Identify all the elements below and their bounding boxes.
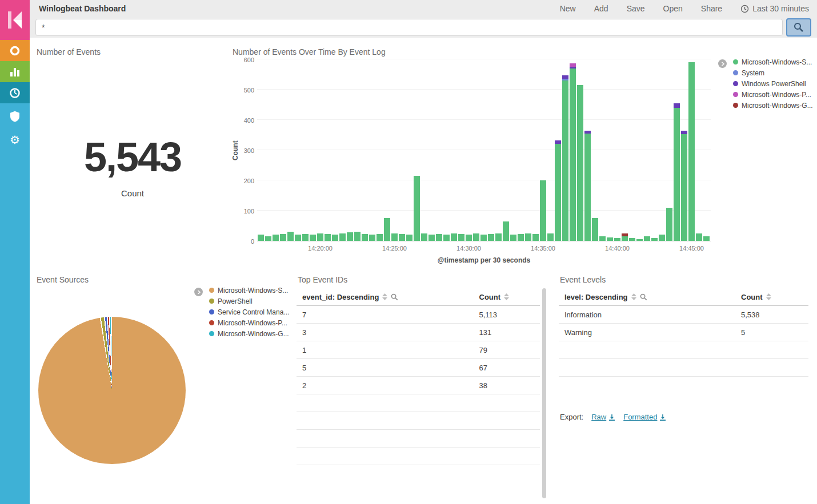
legend-item[interactable]: Windows PowerShell bbox=[733, 80, 814, 88]
bar-segment[interactable] bbox=[674, 108, 680, 241]
bar-segment[interactable] bbox=[302, 234, 309, 241]
bar-segment[interactable] bbox=[332, 235, 338, 241]
bar-segment[interactable] bbox=[480, 235, 487, 241]
bar-segment[interactable] bbox=[362, 234, 368, 241]
bar-segment[interactable] bbox=[280, 234, 286, 241]
column-header-event-id[interactable]: event_id: Descending bbox=[297, 293, 479, 301]
bar-segment[interactable] bbox=[473, 233, 479, 241]
bar-segment[interactable] bbox=[577, 85, 583, 241]
bar-segment[interactable] bbox=[295, 235, 301, 241]
bar-segment[interactable] bbox=[562, 75, 568, 79]
bar-segment[interactable] bbox=[443, 235, 450, 241]
legend-item[interactable]: Microsoft-Windows-P... bbox=[209, 319, 293, 327]
bar-segment[interactable] bbox=[622, 233, 628, 236]
bar-segment[interactable] bbox=[273, 235, 279, 241]
sidebar-item-dashboard[interactable] bbox=[0, 82, 30, 103]
bar-segment[interactable] bbox=[421, 233, 427, 241]
bar-segment[interactable] bbox=[428, 235, 435, 241]
legend-item[interactable]: Microsoft-Windows-G... bbox=[209, 330, 293, 338]
bar-segment[interactable] bbox=[666, 208, 672, 241]
bar-segment[interactable] bbox=[325, 234, 331, 241]
bar-segment[interactable] bbox=[584, 131, 591, 134]
bar-segment[interactable] bbox=[681, 134, 687, 241]
nav-add[interactable]: Add bbox=[594, 4, 608, 13]
bar-segment[interactable] bbox=[503, 221, 509, 241]
sidebar-item-settings[interactable]: ⚙ bbox=[0, 129, 30, 150]
bar-segment[interactable] bbox=[369, 235, 375, 241]
bar-segment[interactable] bbox=[265, 236, 271, 241]
bar-segment[interactable] bbox=[614, 238, 620, 241]
legend-toggle-button[interactable] bbox=[194, 288, 203, 296]
bar-segment[interactable] bbox=[570, 68, 576, 241]
bar-segment[interactable] bbox=[555, 144, 561, 241]
bar-segment[interactable] bbox=[570, 67, 576, 68]
bar-segment[interactable] bbox=[622, 236, 628, 241]
legend-item[interactable]: Microsoft-Windows-S... bbox=[733, 58, 814, 66]
legend-item[interactable]: Microsoft-Windows-S... bbox=[209, 287, 293, 295]
bar-segment[interactable] bbox=[636, 239, 643, 241]
bar-segment[interactable] bbox=[562, 79, 568, 80]
bar-segment[interactable] bbox=[488, 234, 494, 241]
sort-icon[interactable] bbox=[766, 293, 771, 300]
magnifier-icon[interactable] bbox=[640, 293, 647, 301]
legend-item[interactable]: Microsoft-Windows-G... bbox=[733, 102, 814, 110]
search-input[interactable] bbox=[35, 19, 783, 36]
magnifier-icon[interactable] bbox=[391, 293, 398, 301]
bar-segment[interactable] bbox=[347, 232, 353, 241]
bar-segment[interactable] bbox=[384, 218, 390, 241]
bar-segment[interactable] bbox=[377, 234, 383, 241]
bar-segment[interactable] bbox=[696, 233, 702, 241]
bar-segment[interactable] bbox=[354, 232, 361, 241]
nav-share[interactable]: Share bbox=[701, 4, 722, 13]
bar-segment[interactable] bbox=[317, 233, 323, 241]
bar-segment[interactable] bbox=[555, 140, 561, 144]
vertical-scrollbar[interactable] bbox=[542, 288, 546, 498]
bar-segment[interactable] bbox=[674, 103, 680, 108]
legend-item[interactable]: Service Control Mana... bbox=[209, 308, 293, 316]
export-formatted-link[interactable]: Formatted bbox=[623, 413, 666, 421]
legend-toggle-button[interactable] bbox=[718, 59, 727, 68]
bar-segment[interactable] bbox=[414, 176, 420, 241]
bar-segment[interactable] bbox=[287, 232, 294, 241]
pie-chart[interactable] bbox=[38, 317, 186, 464]
kibana-logo[interactable] bbox=[0, 0, 30, 40]
bar-segment[interactable] bbox=[391, 233, 398, 241]
bar-segment[interactable] bbox=[599, 236, 606, 241]
bar-segment[interactable] bbox=[532, 234, 539, 241]
time-picker[interactable]: Last 30 minutes bbox=[740, 4, 809, 13]
bar-segment[interactable] bbox=[495, 233, 502, 241]
bar-segment[interactable] bbox=[540, 180, 546, 241]
bar-segment[interactable] bbox=[510, 235, 516, 241]
bar-segment[interactable] bbox=[258, 235, 264, 241]
bar-segment[interactable] bbox=[644, 236, 650, 241]
column-header-count[interactable]: Count bbox=[741, 293, 808, 301]
export-raw-link[interactable]: Raw bbox=[591, 413, 615, 421]
nav-open[interactable]: Open bbox=[663, 4, 683, 13]
bar-segment[interactable] bbox=[562, 80, 568, 241]
bar-segment[interactable] bbox=[584, 134, 591, 241]
bar-segment[interactable] bbox=[310, 235, 316, 241]
bar-segment[interactable] bbox=[458, 234, 464, 241]
bar-segment[interactable] bbox=[607, 237, 613, 241]
bar-segment[interactable] bbox=[570, 63, 576, 67]
column-header-level[interactable]: level: Descending bbox=[559, 293, 741, 301]
bar-segment[interactable] bbox=[547, 233, 554, 241]
sort-icon[interactable] bbox=[382, 293, 387, 300]
bar-segment[interactable] bbox=[592, 218, 598, 241]
legend-item[interactable]: System bbox=[733, 69, 814, 77]
sidebar-item-discover[interactable] bbox=[0, 40, 30, 61]
bar-segment[interactable] bbox=[406, 235, 412, 241]
column-header-count[interactable]: Count bbox=[479, 293, 540, 301]
bar-segment[interactable] bbox=[436, 234, 442, 241]
nav-save[interactable]: Save bbox=[627, 4, 645, 13]
bar-segment[interactable] bbox=[681, 131, 687, 134]
bar-segment[interactable] bbox=[466, 235, 472, 241]
sort-icon[interactable] bbox=[631, 293, 636, 300]
bar-segment[interactable] bbox=[525, 233, 531, 241]
search-button[interactable] bbox=[786, 18, 811, 37]
bar-segment[interactable] bbox=[629, 238, 635, 241]
sidebar-item-visualize[interactable] bbox=[0, 61, 30, 82]
sidebar-item-beats[interactable] bbox=[0, 106, 30, 127]
legend-item[interactable]: PowerShell bbox=[209, 297, 293, 305]
legend-item[interactable]: Microsoft-Windows-P... bbox=[733, 91, 814, 99]
